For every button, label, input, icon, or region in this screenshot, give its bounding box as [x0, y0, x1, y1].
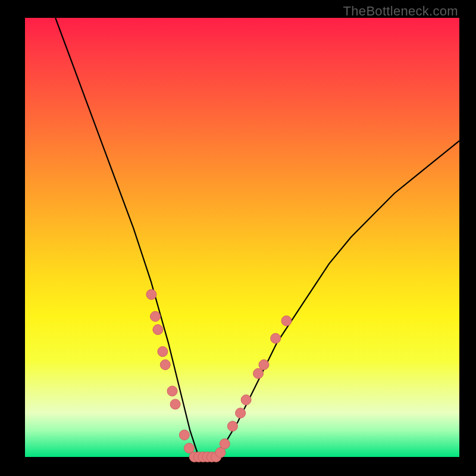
- data-marker: [271, 333, 281, 343]
- data-marker: [146, 289, 156, 299]
- data-marker: [253, 368, 264, 378]
- watermark-text: TheBottleneck.com: [343, 4, 458, 19]
- data-marker: [151, 311, 161, 321]
- data-marker: [179, 430, 189, 440]
- data-marker: [281, 316, 292, 326]
- data-marker: [153, 325, 163, 335]
- bottleneck-curve: [55, 18, 459, 457]
- chart-overlay: [25, 18, 459, 457]
- data-marker: [259, 360, 269, 370]
- data-marker: [241, 395, 251, 405]
- data-marker: [236, 408, 246, 418]
- data-marker: [227, 421, 237, 431]
- data-marker: [184, 443, 194, 453]
- data-marker: [158, 346, 168, 356]
- chart-frame: TheBottleneck.com: [0, 0, 476, 476]
- data-marker: [167, 386, 177, 396]
- data-marker: [220, 439, 230, 449]
- data-markers: [146, 289, 292, 462]
- data-marker: [160, 360, 170, 370]
- data-marker: [170, 399, 180, 409]
